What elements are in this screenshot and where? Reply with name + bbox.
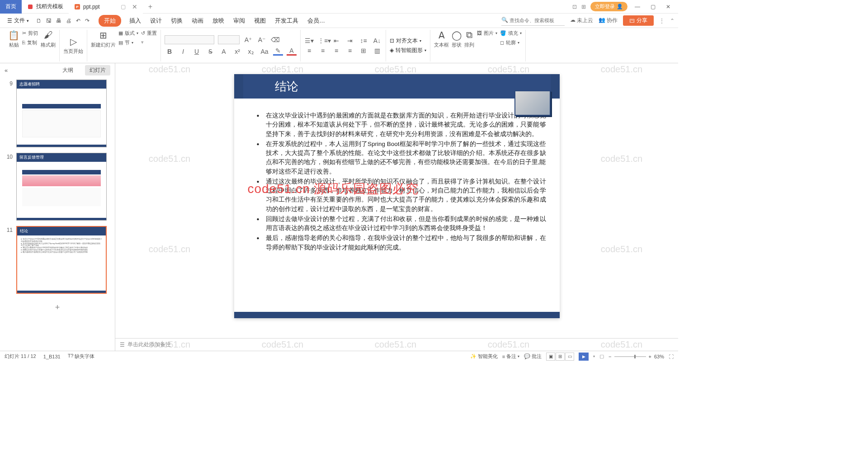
highlight-icon[interactable]: ✎: [273, 47, 283, 56]
tab-developer[interactable]: 开发工具: [274, 15, 299, 27]
collab-button[interactable]: 👥协作: [599, 17, 618, 24]
zoom-in-icon[interactable]: +: [649, 354, 651, 359]
paste-button[interactable]: 📋粘贴: [8, 30, 19, 48]
smart-graphic-button[interactable]: ◈转智能图形▾: [390, 47, 426, 54]
increase-font-icon[interactable]: A⁺: [243, 36, 253, 43]
clear-format-icon[interactable]: ⌫: [270, 36, 280, 43]
format-painter-button[interactable]: 🖌格式刷: [41, 30, 56, 48]
layout-icon-2[interactable]: ⊞: [581, 4, 586, 10]
collapse-panel-icon[interactable]: «: [5, 67, 8, 74]
font-family-select[interactable]: [165, 35, 214, 44]
slides-tab[interactable]: 幻灯片: [85, 65, 110, 75]
comments-button[interactable]: 💬批注: [524, 353, 542, 360]
reset-button[interactable]: ↺重置: [141, 30, 157, 37]
redo-icon[interactable]: ↷: [85, 18, 90, 24]
slide-title[interactable]: 结论: [234, 74, 560, 99]
template-tab[interactable]: 找稻壳模板: [22, 0, 69, 14]
tab-review[interactable]: 审阅: [232, 15, 246, 27]
layout-button[interactable]: ▦版式▾: [118, 30, 138, 37]
thumbnail-10[interactable]: 10 留言反馈管理: [5, 153, 110, 221]
print-preview-icon[interactable]: 🖶: [56, 18, 61, 24]
maximize-icon[interactable]: ▢: [647, 4, 658, 10]
login-button[interactable]: 立即登录 👤: [590, 2, 627, 11]
font-color-icon[interactable]: A: [287, 47, 297, 56]
thumbnail-9[interactable]: 9 志愿者招聘: [5, 80, 110, 147]
document-tab[interactable]: P ppt.ppt ▢ ✕: [69, 0, 143, 14]
cut-button[interactable]: ✂剪切: [22, 30, 38, 37]
tab-animation[interactable]: 动画: [191, 15, 204, 27]
home-tab[interactable]: 首页: [0, 0, 22, 14]
align-left-icon[interactable]: ≡: [304, 47, 314, 54]
zoom-out-icon[interactable]: −: [609, 354, 611, 359]
normal-view-icon[interactable]: ▣: [546, 353, 555, 361]
new-doc-icon[interactable]: 🗋: [36, 18, 42, 24]
from-current-button[interactable]: ▷当页开始: [63, 36, 83, 55]
arrange-button[interactable]: ⧉排列: [464, 30, 474, 48]
subscript-icon[interactable]: x₂: [246, 48, 256, 55]
strikethrough-icon[interactable]: S̶: [205, 48, 215, 55]
layout-icon-1[interactable]: ⊡: [572, 4, 577, 10]
bullets-icon[interactable]: ☰▾: [304, 37, 314, 44]
notes-button[interactable]: ≡备注▾: [502, 353, 519, 360]
align-center-icon[interactable]: ≡: [318, 47, 328, 54]
new-slide-button[interactable]: ⊞新建幻灯片: [91, 30, 116, 48]
share-button[interactable]: ⮹分享: [623, 15, 654, 26]
slide-canvas[interactable]: 结论 在这次毕业设计中遇到的最困难的方面就是在数据库方面的知识，在刚开始进行毕业…: [115, 63, 678, 338]
sorter-view-icon[interactable]: ⊞: [556, 353, 565, 361]
more-layout-button[interactable]: ▾: [141, 39, 157, 45]
reading-view-icon[interactable]: ▭: [565, 353, 574, 361]
decrease-font-icon[interactable]: A⁻: [257, 36, 267, 43]
distribute-icon[interactable]: ⊞: [359, 47, 368, 54]
cloud-button[interactable]: ☁未上云: [570, 17, 593, 24]
slide-body[interactable]: 在这次毕业设计中遇到的最困难的方面就是在数据库方面的知识，在刚开始进行毕业设计的…: [234, 99, 560, 258]
notes-pane[interactable]: ☰ 单击此处添加备注: [115, 338, 678, 351]
undo-icon[interactable]: ↶: [76, 18, 80, 24]
underline-icon[interactable]: U: [192, 48, 202, 55]
picture-button[interactable]: 🖼图片▾: [477, 30, 497, 37]
collapse-ribbon-icon[interactable]: ⌃: [670, 18, 675, 24]
align-justify-icon[interactable]: ≡: [345, 47, 355, 54]
missing-font-button[interactable]: T?缺失字体: [68, 353, 95, 360]
tab-design[interactable]: 设计: [149, 15, 163, 27]
columns-icon[interactable]: ▥: [372, 47, 382, 54]
tab-view[interactable]: 视图: [253, 15, 267, 27]
section-button[interactable]: ▤节▾: [118, 39, 138, 46]
tab-start[interactable]: 开始: [99, 15, 121, 27]
tab-insert[interactable]: 插入: [128, 15, 142, 27]
more-icon[interactable]: ⋮: [659, 18, 665, 24]
text-direction-icon[interactable]: A↓: [372, 37, 382, 44]
zoom-fit-icon[interactable]: ⛶: [669, 354, 674, 359]
search-input[interactable]: [501, 16, 565, 26]
file-menu[interactable]: ☰ 文件 ▾: [4, 17, 33, 24]
textbox-button[interactable]: 𝖠文本框: [434, 30, 449, 48]
tab-transition[interactable]: 切换: [170, 15, 184, 27]
outline-button[interactable]: ◻轮廓▾: [500, 39, 522, 46]
increase-indent-icon[interactable]: ⇥: [345, 37, 355, 44]
align-right-icon[interactable]: ≡: [331, 47, 341, 54]
tab-slideshow[interactable]: 放映: [212, 15, 225, 27]
line-spacing-icon[interactable]: ↕≡: [359, 37, 368, 44]
tab-member[interactable]: 会员…: [307, 15, 326, 27]
numbering-icon[interactable]: ⋮≡▾: [318, 37, 328, 44]
slideshow-dropdown-icon[interactable]: ▾: [593, 354, 595, 358]
shadow-icon[interactable]: A: [219, 48, 229, 55]
present-icon[interactable]: ▢: [121, 4, 126, 10]
italic-icon[interactable]: I: [178, 48, 188, 55]
fill-button[interactable]: 🪣填充▾: [500, 30, 522, 37]
new-tab-button[interactable]: +: [143, 0, 158, 14]
minimize-icon[interactable]: —: [632, 4, 643, 10]
align-text-button[interactable]: ⊡对齐文本▾: [390, 37, 421, 45]
smart-beautify-button[interactable]: ✨智能美化: [470, 353, 498, 360]
font-size-select[interactable]: [218, 35, 240, 44]
zoom-value[interactable]: 63%: [654, 354, 664, 359]
close-tab-icon[interactable]: ✕: [132, 3, 137, 10]
slideshow-button[interactable]: ▶: [579, 353, 589, 361]
fit-window-icon[interactable]: ▢: [599, 353, 604, 359]
shape-button[interactable]: ◯形状: [452, 30, 462, 48]
copy-button[interactable]: ⎘复制: [22, 39, 38, 46]
superscript-icon[interactable]: x²: [232, 48, 242, 55]
outline-tab[interactable]: 大纲: [58, 65, 78, 75]
change-case-icon[interactable]: Aa: [259, 48, 269, 55]
thumbnail-11[interactable]: 11 结论● 在这次毕业设计中遇到的最困难的方面就是在数据库方面的知识在刚开始进…: [5, 226, 110, 294]
print-icon[interactable]: 🖨: [66, 18, 71, 24]
